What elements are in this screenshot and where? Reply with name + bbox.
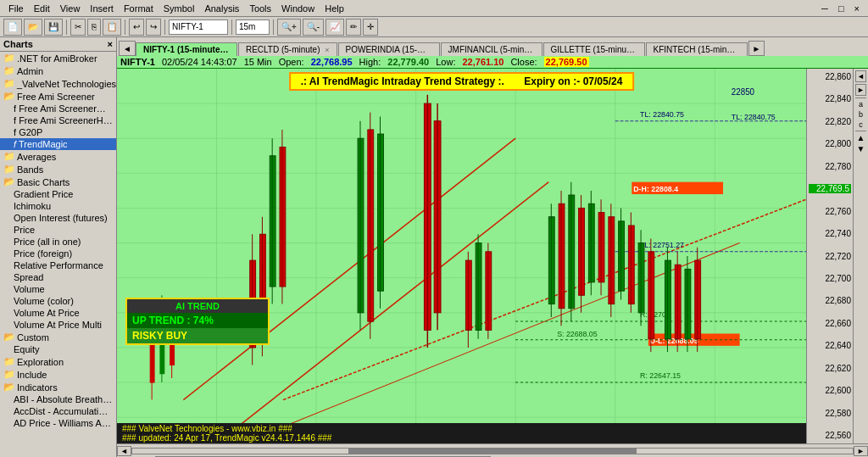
chart-info-bar: NIFTY-1 02/05/24 14:43:07 15 Min Open: 2… — [117, 56, 868, 69]
sidebar-item-g20p[interactable]: f G20P — [0, 126, 116, 138]
chart-high-label: High: — [359, 57, 381, 67]
save-btn[interactable]: 💾 — [44, 19, 63, 36]
sidebar-item-price-all[interactable]: Price (all in one) — [0, 236, 116, 248]
sidebar-item-accdist[interactable]: AccDist - Accumulation I — [0, 405, 116, 417]
sidebar-item-price[interactable]: Price — [0, 224, 116, 236]
sidebar-item-include[interactable]: 📁 Include — [0, 368, 116, 381]
sidebar-item-price-foreign[interactable]: Price (foreign) — [0, 248, 116, 259]
tab-next[interactable]: ► — [748, 41, 765, 56]
chart-tab-recltd[interactable]: RECLTD (5-minute) × — [238, 42, 337, 56]
sidebar-item-ichimoku[interactable]: Ichimoku — [0, 200, 116, 212]
price-22760: 22,760 — [809, 207, 851, 216]
sidebar-item-admin[interactable]: 📁 Admin — [0, 64, 116, 77]
svg-text:TL: 22840.75: TL: 22840.75 — [732, 112, 776, 120]
open-btn[interactable]: 📂 — [24, 19, 42, 36]
sidebar-item-volume-color[interactable]: Volume (color) — [0, 295, 116, 307]
tab-close-recltd[interactable]: × — [325, 46, 329, 54]
sidebar-item-oi[interactable]: Open Interest (futures) — [0, 212, 116, 224]
price-22840: 22,840 — [809, 94, 851, 103]
sidebar-item-vol-price[interactable]: Volume At Price — [0, 307, 116, 319]
undo-btn[interactable]: ↩ — [129, 19, 144, 36]
sidebar-item-basic-charts[interactable]: 📂 Basic Charts — [0, 176, 116, 188]
sidebar-item-abi[interactable]: ABI - Absolute Breath Ind — [0, 393, 116, 405]
price-22600: 22,600 — [809, 386, 851, 395]
menu-window[interactable]: Window — [276, 2, 320, 15]
draw-btn[interactable]: ✏ — [346, 19, 361, 36]
menu-insert[interactable]: Insert — [85, 2, 119, 15]
chart-tab-nifty[interactable]: NIFTY-1 (15-minute) × — [136, 42, 237, 56]
price-scale: 22,860 22,840 22,820 22,800 22,780 22,76… — [806, 69, 853, 443]
maximize-btn[interactable]: □ — [833, 2, 849, 15]
new-btn[interactable]: 📄 — [3, 19, 22, 36]
svg-rect-0 — [117, 69, 806, 443]
sidebar-item-exploration[interactable]: 📁 Exploration — [0, 355, 116, 368]
sidebar-item-free-screener[interactable]: 📂 Free Ami Screener — [0, 90, 116, 103]
menu-tools[interactable]: Tools — [244, 2, 276, 15]
sidebar-item-equity[interactable]: Equity — [0, 343, 116, 355]
menu-help[interactable]: Help — [320, 2, 349, 15]
chart-symbol: NIFTY-1 — [120, 57, 155, 67]
right-arrow-down[interactable]: ▼ — [857, 144, 865, 153]
price-current: 22,769.5 — [809, 184, 851, 193]
chart-low-label: Low: — [436, 57, 455, 67]
ai-trend-panel: AI TREND UP TREND : 74% RISKY BUY — [125, 298, 270, 345]
menu-analysis[interactable]: Analysis — [199, 2, 244, 15]
menu-file[interactable]: File — [3, 2, 29, 15]
sidebar-item-bands[interactable]: 📁 Bands — [0, 163, 116, 176]
menu-edit[interactable]: Edit — [29, 2, 55, 15]
folder-icon: 📁 — [3, 53, 15, 64]
scroll-right[interactable]: ► — [854, 446, 868, 456]
right-prev[interactable]: ◄ — [855, 70, 866, 82]
bottom-annotation: ### ValveNet Technologies - www.vbiz.in … — [117, 423, 806, 443]
sidebar-item-rel-perf[interactable]: Relative Performance — [0, 259, 116, 271]
sidebar-item-volume[interactable]: Volume — [0, 283, 116, 295]
close-btn[interactable]: × — [849, 2, 865, 15]
chart-tab-powerindia[interactable]: POWERINDIA (15-minute) × — [338, 42, 440, 56]
strategy-expiry-date: 07/05/24 — [583, 75, 623, 87]
symbol-input[interactable] — [169, 20, 228, 35]
indicators-btn[interactable]: 📈 — [326, 19, 344, 36]
sidebar-item-indicators[interactable]: 📂 Indicators — [0, 381, 116, 393]
sidebar-item-gradient[interactable]: Gradient Price — [0, 188, 116, 200]
scroll-left[interactable]: ◄ — [117, 446, 131, 456]
chart-low: 22,761.10 — [462, 57, 504, 67]
sidebar-item-valvenet[interactable]: 📁 _ValveNet Technologies — [0, 77, 116, 90]
paste-btn[interactable]: 📋 — [103, 19, 121, 36]
formula-icon: f — [14, 139, 16, 149]
sidebar-item-screener-high[interactable]: f Free Ami ScreenerHigh — [0, 114, 116, 126]
copy-btn[interactable]: ⎘ — [87, 19, 101, 36]
menu-format[interactable]: Format — [119, 2, 159, 15]
chart-tab-gillette[interactable]: GILLETTE (15-minute) × — [543, 42, 645, 56]
right-next[interactable]: ► — [855, 84, 866, 96]
tab-close-nifty[interactable]: × — [228, 46, 232, 54]
chart-main[interactable]: .: AI TrendMagic Intraday Trend Strategy… — [117, 69, 806, 443]
formula-icon: f — [14, 115, 16, 125]
menu-symbol[interactable]: Symbol — [159, 2, 200, 15]
sidebar-item-averages[interactable]: 📁 Averages — [0, 150, 116, 163]
minimize-btn[interactable]: ─ — [816, 2, 833, 15]
interval-input[interactable] — [236, 20, 270, 35]
tab-close-gillette[interactable]: × — [642, 46, 645, 54]
redo-btn[interactable]: ↪ — [146, 19, 161, 36]
tab-prev[interactable]: ◄ — [119, 41, 136, 56]
chart-tab-jmfinancil[interactable]: JMFINANCIL (5-minute) × — [441, 42, 542, 56]
tab-close-kfintech[interactable]: × — [746, 46, 747, 54]
folder-icon: 📁 — [3, 164, 15, 175]
sidebar-item-custom[interactable]: 📂 Custom — [0, 331, 116, 343]
sidebar-item-trendmagic[interactable]: f TrendMagic — [0, 138, 116, 150]
zoom-out-btn[interactable]: 🔍- — [303, 19, 324, 36]
chart-tab-kfintech[interactable]: KFINTECH (15-minute) × — [646, 42, 748, 56]
menu-view[interactable]: View — [55, 2, 86, 15]
svg-rect-87 — [665, 260, 670, 339]
sidebar-item-vol-price-multi[interactable]: Volume At Price Multi — [0, 319, 116, 331]
sidebar-item-ad-price[interactable]: AD Price - Williams Adva — [0, 417, 116, 429]
zoom-in-btn[interactable]: 🔍+ — [277, 19, 301, 36]
sidebar-item-screener-gain[interactable]: f Free Ami ScreenerGaine — [0, 103, 116, 114]
right-arrow-up[interactable]: ▲ — [857, 133, 865, 142]
sidebar-item-dotnet[interactable]: 📁 .NET for AmiBroker — [0, 52, 116, 64]
chart-svg[interactable]: D-H: 22808.4 D-L: 22688.05 TL: 2284 — [117, 69, 806, 443]
cut-btn[interactable]: ✂ — [70, 19, 86, 36]
sidebar-item-spread[interactable]: Spread — [0, 271, 116, 283]
crosshair-btn[interactable]: ✛ — [363, 19, 378, 36]
sidebar-close[interactable]: × — [108, 39, 113, 49]
